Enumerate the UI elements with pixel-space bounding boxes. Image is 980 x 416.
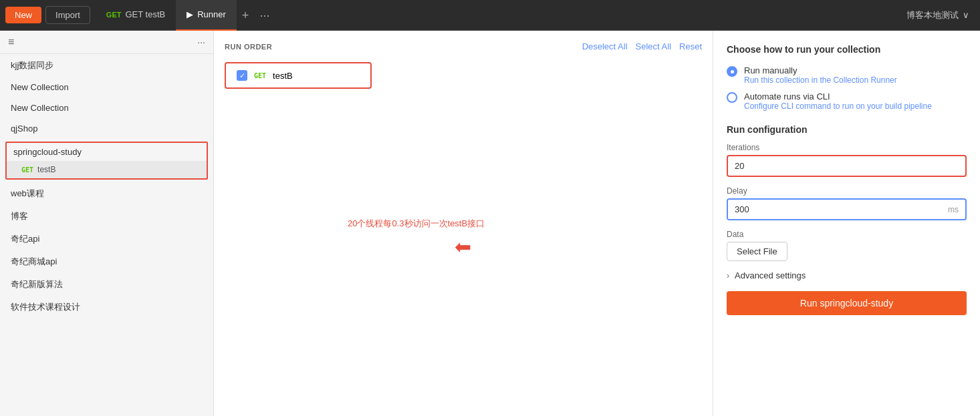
select-file-button[interactable]: Select File xyxy=(727,242,787,261)
iterations-label: Iterations xyxy=(727,143,967,152)
sidebar-item-qiji-algo[interactable]: 奇纪新版算法 xyxy=(0,273,213,296)
sidebar-item-qjshop[interactable]: qjShop xyxy=(0,118,213,139)
top-bar-left: New Import xyxy=(5,6,90,24)
chevron-right-icon: › xyxy=(727,271,729,280)
select-all-button[interactable]: Select All xyxy=(636,41,671,51)
iterations-input[interactable] xyxy=(727,155,967,177)
runner-header: RUN ORDER Deselect All Select All Reset xyxy=(225,41,702,51)
runner-item-name: testB xyxy=(273,71,293,81)
main-layout: ≡ ··· kjj数据同步 New Collection New Collect… xyxy=(0,31,980,416)
delay-unit: ms xyxy=(941,205,965,214)
delay-input[interactable] xyxy=(728,200,941,219)
sidebar-item-qiji-mall[interactable]: 奇纪商城api xyxy=(0,250,213,273)
import-button[interactable]: Import xyxy=(45,6,90,24)
radio-automate-circle[interactable] xyxy=(727,92,737,103)
iterations-group: Iterations xyxy=(727,143,967,177)
tab-get-testb-label: GET testB xyxy=(125,9,165,19)
tabs-area: GET GET testB ▶ Runner + ··· xyxy=(96,0,901,30)
runner-item-checkbox[interactable] xyxy=(237,70,247,81)
automate-desc: Configure CLI command to run on your bui… xyxy=(744,101,932,111)
content-area: RUN ORDER Deselect All Select All Reset … xyxy=(214,31,980,416)
advanced-settings-row[interactable]: › Advanced settings xyxy=(727,270,967,280)
sidebar-item-new-collection-2[interactable]: New Collection xyxy=(0,97,213,118)
run-button[interactable]: Run springcloud-study xyxy=(727,291,967,315)
data-group: Data Select File xyxy=(727,230,967,261)
sidebar-testb-label: testB xyxy=(37,165,55,174)
delay-input-wrapper: ms xyxy=(727,198,967,220)
runner-panel: RUN ORDER Deselect All Select All Reset … xyxy=(214,31,713,416)
run-order-title: RUN ORDER xyxy=(225,43,272,51)
tab-runner-label: Runner xyxy=(197,9,226,19)
sidebar-list: kjj数据同步 New Collection New Collection qj… xyxy=(0,54,213,416)
sidebar-item-blog[interactable]: 博客 xyxy=(0,205,213,228)
deselect-all-button[interactable]: Deselect All xyxy=(582,41,628,51)
data-label: Data xyxy=(727,230,967,239)
sidebar-more-icon[interactable]: ··· xyxy=(197,37,205,47)
radio-run-manually-circle[interactable] xyxy=(727,66,737,77)
run-manually-label: Run manually xyxy=(744,65,897,75)
run-config-title: Run configuration xyxy=(727,124,967,135)
top-bar-right: 博客本地测试 ∨ xyxy=(906,9,975,21)
reset-button[interactable]: Reset xyxy=(679,41,702,51)
radio-automate-cli[interactable]: Automate runs via CLI Configure CLI comm… xyxy=(727,91,967,111)
annotation-text: 20个线程每0.3秒访问一次testB接口 xyxy=(348,218,485,230)
radio-group: Run manually Run this collection in the … xyxy=(727,65,967,111)
sidebar-item-new-collection-1[interactable]: New Collection xyxy=(0,77,213,97)
sidebar-item-qiji-api[interactable]: 奇纪api xyxy=(0,228,213,250)
runner-get-tag: GET xyxy=(254,72,266,79)
runner-item-testb[interactable]: GET testB xyxy=(225,62,372,89)
sidebar-item-springcloud-study[interactable]: springcloud-study xyxy=(7,143,207,161)
annotation-area: 20个线程每0.3秒访问一次testB接口 ⬅ xyxy=(348,218,485,258)
tab-add-button[interactable]: + xyxy=(237,0,255,31)
top-bar: New Import GET GET testB ▶ Runner + ··· … xyxy=(0,0,980,31)
workspace-chevron-icon: ∨ xyxy=(963,10,969,20)
tab-runner[interactable]: ▶ Runner xyxy=(176,0,237,31)
advanced-settings-label: Advanced settings xyxy=(735,270,806,280)
sidebar-toolbar: ≡ ··· xyxy=(0,31,213,54)
sidebar-item-testb[interactable]: GET testB xyxy=(7,161,207,178)
workspace-title: 博客本地测试 xyxy=(906,9,959,21)
run-manually-desc: Run this collection in the Collection Ru… xyxy=(744,75,897,85)
delay-group: Delay ms xyxy=(727,186,967,220)
runner-play-icon: ▶ xyxy=(187,9,193,19)
sidebar-item-web[interactable]: web课程 xyxy=(0,182,213,205)
radio-run-manually[interactable]: Run manually Run this collection in the … xyxy=(727,65,967,85)
get-badge: GET xyxy=(106,11,122,19)
automate-label: Automate runs via CLI xyxy=(744,91,932,101)
runner-actions: Deselect All Select All Reset xyxy=(582,41,702,51)
tab-get-testb[interactable]: GET GET testB xyxy=(96,0,176,31)
tab-more-button[interactable]: ··· xyxy=(254,0,275,31)
sidebar-item-kjj[interactable]: kjj数据同步 xyxy=(0,54,213,77)
sidebar: ≡ ··· kjj数据同步 New Collection New Collect… xyxy=(0,31,214,416)
new-button[interactable]: New xyxy=(5,7,41,23)
filter-icon[interactable]: ≡ xyxy=(8,36,14,48)
sidebar-item-software[interactable]: 软件技术课程设计 xyxy=(0,296,213,319)
delay-label: Delay xyxy=(727,186,967,196)
config-panel: Choose how to run your collection Run ma… xyxy=(713,31,980,416)
get-tag-icon: GET xyxy=(21,166,33,174)
collection-group-springcloud: springcloud-study GET testB xyxy=(5,142,208,180)
arrow-icon: ⬅ xyxy=(348,235,485,258)
choose-title: Choose how to run your collection xyxy=(727,44,967,55)
